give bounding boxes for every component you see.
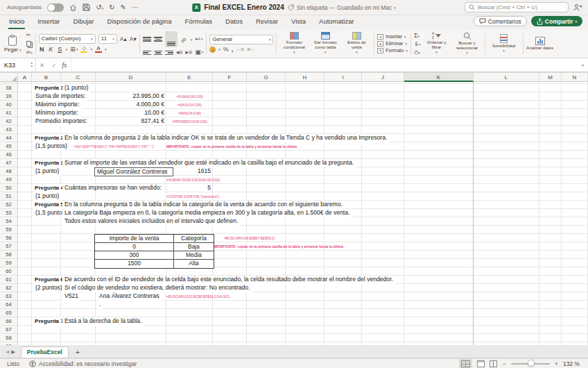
cell-B62[interactable]: (2 puntos) bbox=[33, 284, 64, 292]
lookup-table-cell-r0c1[interactable]: Categoría bbox=[174, 235, 214, 243]
cell-C63[interactable]: V521 bbox=[62, 292, 80, 301]
decrease-indent-icon[interactable]: ◂≡ bbox=[176, 49, 183, 56]
row-header-39[interactable]: 39 bbox=[0, 92, 17, 101]
sensitivity-button[interactable]: Sensibilidad▾ bbox=[488, 34, 520, 53]
row-header-44[interactable]: 44 bbox=[0, 134, 17, 142]
row-header-56[interactable]: 56 bbox=[0, 234, 17, 242]
cell-B51[interactable]: (1 punto) bbox=[33, 192, 61, 201]
cell-E-G45[interactable]: IMPORTANTE: copiar en la primera casilla… bbox=[166, 142, 286, 151]
row-header-61[interactable]: 61 bbox=[0, 276, 17, 284]
page-layout-view-button[interactable] bbox=[477, 360, 485, 367]
align-top-icon[interactable] bbox=[143, 37, 151, 41]
pen-icon[interactable]: ✎ bbox=[121, 4, 126, 11]
ribbon-tab-inicio[interactable]: Inicio bbox=[8, 15, 25, 29]
row-header-42[interactable]: 42 bbox=[0, 117, 17, 126]
autosum-icon[interactable]: Σ▾ bbox=[414, 32, 421, 39]
cell-D41[interactable]: 10,00 € bbox=[96, 109, 166, 117]
shrink-font-button[interactable]: A▾ bbox=[130, 35, 137, 42]
format-painter-icon[interactable]: ✏▾ bbox=[26, 49, 33, 56]
cell-D63[interactable]: Ana Álvarez Contreras bbox=[97, 292, 161, 301]
lookup-table-cell-r1c1[interactable]: Baja bbox=[174, 243, 214, 251]
grow-font-button[interactable]: A▴ bbox=[120, 35, 127, 42]
lookup-table-cell-r3c0[interactable]: 1500 bbox=[95, 260, 174, 268]
cell-C38[interactable]: (1 punto) bbox=[62, 84, 90, 92]
cell-F-G56[interactable]: =BUSCARV(G8;$D$57:$E$59;2) bbox=[213, 234, 286, 242]
conditional-formatting-button[interactable]: Formato condicional▾ bbox=[279, 32, 309, 54]
align-right-icon[interactable] bbox=[165, 51, 173, 55]
cancel-icon[interactable]: ✕ bbox=[40, 62, 44, 69]
cell-C54[interactable]: Todos estos valores iniciales incluidos … bbox=[62, 217, 240, 226]
cell-C62[interactable]: Si el código de vendedor no existiera, d… bbox=[62, 284, 252, 292]
home-icon[interactable] bbox=[69, 3, 77, 11]
row-header-62[interactable]: 62 bbox=[0, 284, 17, 292]
clear-icon[interactable]: ◇▾ bbox=[414, 49, 421, 56]
orientation-icon[interactable]: ab bbox=[180, 35, 189, 43]
cut-icon[interactable]: ✂ bbox=[26, 32, 33, 38]
cell-E63[interactable]: =BUSCARV(C63;$C$8:$D$36;2;FALSO) bbox=[166, 292, 213, 301]
cell-D39[interactable]: 23.995,00 € bbox=[96, 92, 166, 101]
cell-E49[interactable]: =SUMAR.SI(D8:D36;D48;G8:G36) bbox=[166, 176, 213, 184]
grid-body[interactable]: 3738394041424344454647484950515253545556… bbox=[0, 82, 588, 345]
align-bottom-icon[interactable] bbox=[165, 31, 178, 48]
merge-center-icon[interactable]: ▣▾ bbox=[195, 49, 203, 56]
cell-C44[interactable]: En la columna de pregunta 2 de la tabla … bbox=[62, 134, 389, 142]
italic-button[interactable]: K bbox=[48, 46, 54, 53]
column-header-L[interactable]: L bbox=[474, 73, 539, 82]
cell-B41[interactable]: Mínimo importe: bbox=[33, 109, 80, 117]
currency-format-icon[interactable]: $ bbox=[209, 47, 216, 53]
comma-format-icon[interactable]: , bbox=[232, 47, 234, 53]
enter-icon[interactable]: ✓ bbox=[51, 62, 56, 69]
ribbon-tab-insertar[interactable]: Insertar bbox=[37, 15, 60, 29]
cell-C66[interactable]: Está a la derecha de la tabla. bbox=[62, 317, 144, 326]
column-header-K[interactable]: K bbox=[404, 73, 474, 82]
cell-B42[interactable]: Promedio importes: bbox=[33, 117, 89, 126]
font-name-select[interactable]: Calibri (Cuerpo)▾ bbox=[39, 34, 96, 44]
row-header-66[interactable]: 66 bbox=[0, 317, 17, 326]
cell-D42[interactable]: 827,41 € bbox=[96, 117, 166, 126]
autosave-toggle[interactable] bbox=[47, 3, 64, 12]
row-header-63[interactable]: 63 bbox=[0, 292, 17, 301]
sheet-tab-pruebaexcel[interactable]: PruebaExcel bbox=[21, 346, 69, 358]
lookup-table-cell-r3c1[interactable]: Alta bbox=[174, 260, 214, 268]
undo-icon[interactable]: ↺▾ bbox=[96, 4, 103, 11]
zoom-level[interactable]: 132 % bbox=[563, 360, 582, 367]
cell-input-box-c48[interactable]: Miguel González Contreras bbox=[94, 167, 173, 176]
column-header-F[interactable]: F bbox=[213, 73, 247, 82]
zoom-in-button[interactable]: + bbox=[555, 360, 558, 367]
column-header-J[interactable]: J bbox=[362, 73, 404, 82]
row-header-47[interactable]: 47 bbox=[0, 159, 17, 167]
zoom-out-button[interactable]: − bbox=[502, 360, 505, 367]
paste-button[interactable]: Pegar ▾ bbox=[2, 34, 24, 53]
row-header-40[interactable]: 40 bbox=[0, 101, 17, 109]
row-header-43[interactable]: 43 bbox=[0, 126, 17, 134]
row-header-54[interactable]: 54 bbox=[0, 217, 17, 226]
insert-function-icon[interactable]: fx bbox=[62, 61, 67, 69]
row-header-53[interactable]: 53 bbox=[0, 209, 17, 217]
number-format-select[interactable]: General▾ bbox=[209, 35, 273, 44]
ribbon-tab-automatizar[interactable]: Automatizar bbox=[318, 15, 355, 29]
row-header-57[interactable]: 57 bbox=[0, 242, 17, 251]
cell-C-D45[interactable]: =SI(Y(E8="TIENDA C";F8="IMPRESORA");"OK"… bbox=[61, 142, 166, 151]
underline-button[interactable]: S bbox=[57, 46, 63, 53]
column-header-C[interactable]: C bbox=[61, 73, 96, 82]
add-sheet-button[interactable]: + bbox=[76, 348, 80, 356]
cell-B40[interactable]: Máximo importe: bbox=[33, 101, 82, 109]
format-as-table-button[interactable]: Dar formato como tabla▾ bbox=[311, 32, 340, 54]
column-header-A[interactable]: A bbox=[18, 73, 32, 82]
cell-E48[interactable]: 1615 bbox=[166, 167, 213, 176]
lookup-table-cell-r2c1[interactable]: Media bbox=[174, 251, 214, 260]
row-header-55[interactable]: 55 bbox=[0, 226, 17, 234]
sheet-next-icon[interactable]: ▶ bbox=[11, 349, 15, 355]
ribbon-tab-dibujar[interactable]: Dibujar bbox=[72, 15, 94, 29]
search-box[interactable] bbox=[465, 2, 569, 12]
document-status[interactable]: Sin etiqueta — Guardado en mi Mac ▾ bbox=[288, 4, 396, 11]
row-header-38[interactable]: 38 bbox=[0, 84, 17, 92]
ribbon-tab-revisar[interactable]: Revisar bbox=[255, 15, 279, 29]
row-header-68[interactable]: 68 bbox=[0, 334, 17, 342]
percent-format-icon[interactable]: % bbox=[223, 47, 229, 53]
decrease-decimal-icon[interactable]: .0→ bbox=[246, 47, 254, 51]
align-left-icon[interactable] bbox=[143, 51, 151, 55]
column-header-I[interactable]: I bbox=[325, 73, 362, 82]
cell-E41[interactable]: =MIN(G8:G36) bbox=[166, 109, 213, 117]
row-header-52[interactable]: 52 bbox=[0, 201, 17, 209]
